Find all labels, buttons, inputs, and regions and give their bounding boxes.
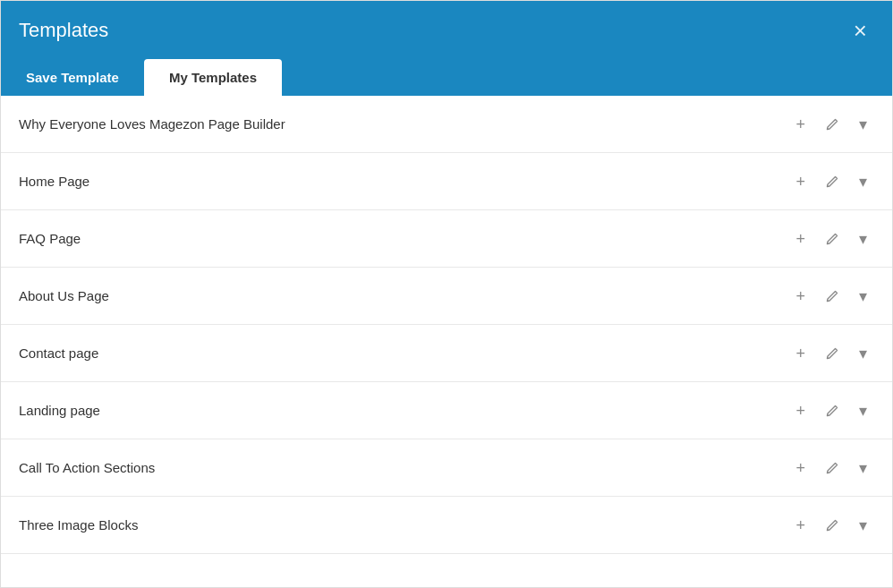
plus-icon: + (795, 231, 805, 247)
chevron-down-icon: ▾ (859, 460, 867, 476)
table-row: Home Page + ▾ (1, 153, 892, 210)
modal-title: Templates (19, 19, 108, 42)
chevron-down-icon: ▾ (859, 231, 867, 247)
tabs-bar: Save Template My Templates (1, 59, 892, 96)
row-actions: + ▾ (788, 283, 874, 310)
template-name: Contact page (19, 345, 98, 361)
chevron-down-icon: ▾ (859, 345, 867, 362)
plus-icon: + (795, 345, 805, 362)
plus-icon: + (795, 460, 805, 476)
pencil-icon (825, 232, 839, 246)
table-row: FAQ Page + ▾ (1, 210, 892, 268)
table-row: About Us Page + ▾ (1, 268, 892, 325)
row-actions: + ▾ (788, 340, 874, 367)
table-row: Why Everyone Loves Magezon Page Builder … (1, 96, 892, 153)
template-name: Landing page (19, 403, 100, 418)
template-name: About Us Page (19, 288, 109, 303)
dropdown-button[interactable]: ▾ (852, 226, 874, 252)
modal-header: Templates × (1, 1, 892, 59)
chevron-down-icon: ▾ (859, 174, 867, 190)
plus-icon: + (795, 517, 805, 533)
edit-button[interactable] (818, 112, 846, 137)
plus-icon: + (795, 116, 805, 132)
edit-button[interactable] (818, 226, 846, 251)
dropdown-button[interactable]: ▾ (852, 283, 874, 310)
add-button[interactable]: + (788, 455, 812, 481)
dropdown-button[interactable]: ▾ (852, 512, 874, 539)
dropdown-button[interactable]: ▾ (852, 397, 874, 424)
row-actions: + ▾ (788, 111, 874, 138)
template-name: Call To Action Sections (19, 460, 155, 475)
table-row: Contact page + ▾ (1, 325, 892, 382)
row-actions: + ▾ (788, 455, 874, 481)
template-name: Home Page (19, 174, 89, 189)
close-button[interactable]: × (846, 15, 874, 46)
chevron-down-icon: ▾ (859, 116, 867, 132)
table-row: Landing page + ▾ (1, 382, 892, 439)
dropdown-button[interactable]: ▾ (852, 111, 874, 138)
edit-button[interactable] (818, 169, 846, 194)
add-button[interactable]: + (788, 397, 812, 424)
add-button[interactable]: + (788, 111, 812, 138)
dropdown-button[interactable]: ▾ (852, 340, 874, 367)
row-actions: + ▾ (788, 397, 874, 424)
row-actions: + ▾ (788, 512, 874, 539)
plus-icon: + (795, 288, 805, 304)
edit-button[interactable] (818, 456, 846, 481)
edit-button[interactable] (818, 341, 846, 366)
pencil-icon (825, 289, 839, 303)
plus-icon: + (795, 174, 805, 190)
tab-my-templates[interactable]: My Templates (144, 59, 282, 96)
row-actions: + ▾ (788, 226, 874, 252)
pencil-icon (825, 175, 839, 189)
template-name: FAQ Page (19, 231, 81, 246)
tab-save-template[interactable]: Save Template (1, 59, 144, 96)
edit-button[interactable] (818, 284, 846, 309)
add-button[interactable]: + (788, 226, 812, 252)
template-list: Why Everyone Loves Magezon Page Builder … (1, 96, 892, 587)
table-row: Call To Action Sections + ▾ (1, 439, 892, 497)
template-name: Three Image Blocks (19, 517, 138, 533)
add-button[interactable]: + (788, 283, 812, 310)
edit-button[interactable] (818, 398, 846, 423)
add-button[interactable]: + (788, 168, 812, 195)
pencil-icon (825, 346, 839, 361)
dropdown-button[interactable]: ▾ (852, 168, 874, 195)
chevron-down-icon: ▾ (859, 517, 867, 533)
row-actions: + ▾ (788, 168, 874, 195)
plus-icon: + (795, 403, 805, 419)
add-button[interactable]: + (788, 512, 812, 539)
templates-modal: Templates × Save Template My Templates W… (0, 0, 893, 588)
edit-button[interactable] (818, 513, 846, 538)
table-row: Three Image Blocks + ▾ (1, 497, 892, 554)
pencil-icon (825, 404, 839, 418)
dropdown-button[interactable]: ▾ (852, 455, 874, 481)
pencil-icon (825, 461, 839, 475)
chevron-down-icon: ▾ (859, 403, 867, 419)
pencil-icon (825, 518, 839, 533)
add-button[interactable]: + (788, 340, 812, 367)
chevron-down-icon: ▾ (859, 288, 867, 304)
template-name: Why Everyone Loves Magezon Page Builder (19, 116, 285, 132)
pencil-icon (825, 117, 839, 132)
